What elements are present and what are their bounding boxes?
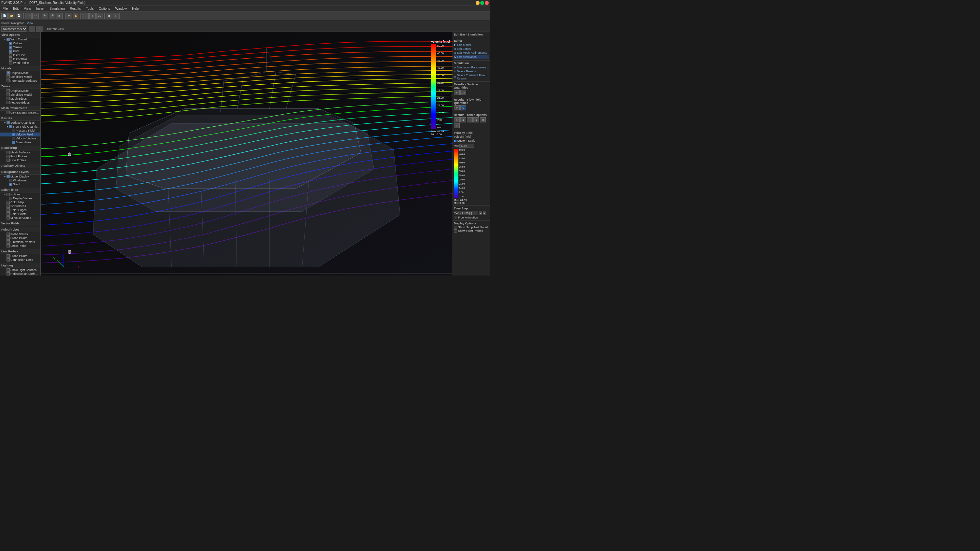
menu-edit[interactable]: Edit: [12, 6, 20, 11]
viewport[interactable]: X Z Y Velocity [m/s] 50.00 46.00 43.00 4…: [41, 32, 453, 275]
tree-directional-vectors[interactable]: Directional Vectors: [0, 240, 40, 244]
tree-wind-tunnel[interactable]: ▾ ✓ Wind Tunnel: [0, 37, 40, 41]
rp-ts-input[interactable]: [454, 211, 478, 215]
check-streamlines[interactable]: ✓: [12, 141, 15, 144]
expand-outline[interactable]: [6, 42, 9, 45]
check-velocity-field[interactable]: ✓: [12, 133, 15, 136]
check-connection-lines[interactable]: [6, 258, 10, 262]
tree-color-edges[interactable]: Color Edges: [0, 208, 40, 212]
rp-ts-next[interactable]: ►: [483, 211, 486, 215]
render-button[interactable]: ◼: [106, 13, 112, 19]
new-button[interactable]: 📄: [1, 13, 8, 19]
pan-button[interactable]: ✋: [73, 13, 79, 19]
tree-num-point-probes[interactable]: Point Probes: [0, 154, 40, 158]
manage-named-views-button[interactable]: ≡: [37, 26, 43, 32]
menu-results[interactable]: Results: [69, 6, 82, 11]
check-line-probe-points[interactable]: [6, 254, 10, 257]
expand-surface-qty[interactable]: ▾: [3, 121, 6, 124]
check-wind-profile[interactable]: [9, 61, 13, 65]
proj-nav-view-link[interactable]: View: [27, 22, 33, 25]
tree-outline[interactable]: ✓ Outline: [0, 41, 40, 45]
check-inlet-arrow[interactable]: [9, 57, 13, 60]
menu-view[interactable]: View: [22, 6, 32, 11]
rp-delete-results[interactable]: ✕ Delete Results: [454, 69, 489, 73]
expand-isolines[interactable]: ▾: [3, 193, 6, 196]
check-wind-tunnel[interactable]: ✓: [6, 38, 10, 41]
tree-num-mesh-surf[interactable]: Mesh Surfaces: [0, 151, 40, 154]
tree-velocity-field[interactable]: ✓ Velocity Field: [0, 133, 40, 137]
check-mesh-ref-only[interactable]: [6, 111, 10, 114]
vf-max-input[interactable]: [460, 144, 474, 148]
minimize-button[interactable]: [476, 1, 480, 5]
tree-flow-field-quantities[interactable]: ▾ ✓ Flow Field Quantities: [0, 125, 40, 129]
tree-inlet-line[interactable]: Inlet Line: [0, 53, 40, 57]
check-grid[interactable]: ✓: [9, 49, 13, 53]
menu-options[interactable]: Options: [97, 6, 111, 11]
tree-streamlines[interactable]: ✓ Streamlines: [0, 140, 40, 144]
menu-file[interactable]: File: [1, 6, 9, 11]
check-color-edges[interactable]: [6, 208, 10, 212]
menu-simulation[interactable]: Simulation: [48, 6, 66, 11]
tree-inlet-arrow[interactable]: Inlet Arrow: [0, 57, 40, 61]
tree-probe-values[interactable]: Probe Values: [0, 232, 40, 236]
rp-color-btn[interactable]: ◈: [460, 117, 466, 122]
zoom-in-button[interactable]: 🔍: [42, 13, 48, 19]
tree-color-points[interactable]: Color Points: [0, 212, 40, 216]
maximize-button[interactable]: [480, 1, 484, 5]
rp-edit-mesh[interactable]: ⊟ Edit Mesh Refinements: [454, 51, 489, 55]
save-button[interactable]: 💾: [16, 13, 22, 19]
check-isosurfaces[interactable]: [6, 205, 10, 208]
tree-zones-simplified[interactable]: Simplified Model: [0, 93, 40, 97]
rp-edit-zones[interactable]: ⊞ Edit Zones: [454, 47, 489, 51]
tree-zones-original[interactable]: Original Model: [0, 89, 40, 93]
rp-show-point-probes-check[interactable]: [454, 229, 457, 232]
check-zones-original[interactable]: [6, 89, 10, 92]
check-surface-qty[interactable]: ✓: [6, 121, 10, 124]
open-button[interactable]: 📂: [8, 13, 15, 19]
tree-show-probe[interactable]: Show Probe: [0, 244, 40, 248]
rp-minmax-btn[interactable]: ↕: [454, 123, 460, 128]
tree-line-probe-points[interactable]: Probe Points: [0, 254, 40, 258]
check-isolines[interactable]: [6, 193, 10, 196]
check-num-point-probes[interactable]: [6, 155, 10, 158]
undo-button[interactable]: ↩: [25, 13, 32, 19]
close-button[interactable]: [485, 1, 489, 5]
tree-grid[interactable]: ✓ Grid: [0, 49, 40, 53]
rp-flow-anim-check[interactable]: [454, 216, 457, 219]
tree-display-values[interactable]: Display Values: [0, 196, 40, 200]
check-original-model[interactable]: ✓: [6, 71, 10, 75]
tree-simplified-model[interactable]: Simplified Model: [0, 75, 40, 79]
rp-ffq-btn-p[interactable]: P: [454, 105, 460, 110]
tree-mesh-edges[interactable]: Mesh Edges: [0, 97, 40, 101]
rp-sqf-btn-cs[interactable]: Cs: [460, 90, 466, 95]
tree-color-map[interactable]: Color Map: [0, 200, 40, 204]
expand-ffq[interactable]: ▾: [6, 125, 9, 128]
check-probe-values[interactable]: [6, 232, 10, 236]
rp-sim-params[interactable]: ⚙ Simulation Parameters...: [454, 65, 489, 69]
check-terrain[interactable]: ✓: [9, 46, 13, 49]
tree-model-display[interactable]: ▾ ✓ Model Display: [0, 175, 40, 178]
tree-isosurfaces[interactable]: IsoSurfaces: [0, 204, 40, 208]
tree-terrain[interactable]: ✓ Terrain: [0, 45, 40, 49]
add-named-view-button[interactable]: +: [29, 26, 35, 32]
menu-insert[interactable]: Insert: [35, 6, 46, 11]
named-views-dropdown[interactable]: No named views: [1, 26, 27, 32]
check-inlet-line[interactable]: [9, 53, 13, 57]
menu-help[interactable]: Help: [130, 6, 140, 11]
rp-grid-btn[interactable]: ⊞: [480, 117, 486, 122]
tree-minmax-values[interactable]: Min/Max Values: [0, 216, 40, 220]
check-dir-vectors[interactable]: [6, 240, 10, 244]
wireframe-button[interactable]: ◻: [113, 13, 119, 19]
tree-reflection[interactable]: Reflection on Surfaces: [0, 272, 40, 275]
tree-velocity-vectors[interactable]: Velocity Vectors: [0, 137, 40, 140]
tree-wireframe[interactable]: Wireframe: [0, 178, 40, 183]
tree-permeable-surfaces[interactable]: Permeable Surfaces: [0, 79, 40, 83]
tree-feature-edges[interactable]: Feature Edges: [0, 101, 40, 105]
tree-surface-quantities[interactable]: ▾ ✓ Surface Quantities: [0, 121, 40, 125]
redo-button[interactable]: ↪: [32, 13, 39, 19]
rp-show-simplified-check[interactable]: [454, 225, 457, 229]
check-color-points[interactable]: [6, 212, 10, 216]
check-reflection[interactable]: [6, 272, 10, 275]
check-show-light[interactable]: [6, 268, 10, 272]
rp-iso-btn[interactable]: ≡: [454, 117, 460, 122]
